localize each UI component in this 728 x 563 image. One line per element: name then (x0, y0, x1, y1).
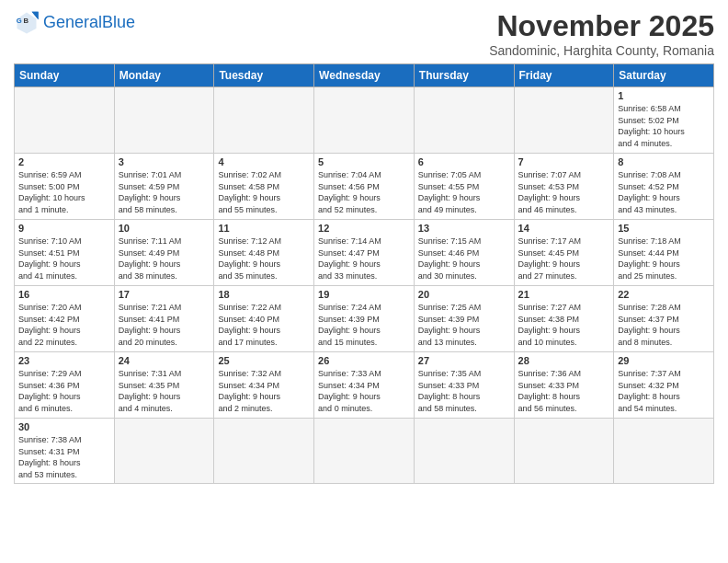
calendar-day: 29Sunrise: 7:37 AM Sunset: 4:32 PM Dayli… (614, 352, 714, 419)
calendar-day (214, 87, 314, 154)
calendar-day: 1Sunrise: 6:58 AM Sunset: 5:02 PM Daylig… (614, 87, 714, 154)
day-number: 20 (418, 289, 510, 300)
day-info: Sunrise: 7:38 AM Sunset: 4:31 PM Dayligh… (18, 434, 110, 480)
calendar-day (414, 87, 514, 154)
calendar-day: 13Sunrise: 7:15 AM Sunset: 4:46 PM Dayli… (414, 220, 514, 286)
day-number: 4 (218, 156, 310, 167)
weekday-header-friday: Friday (514, 64, 614, 87)
calendar-day: 22Sunrise: 7:28 AM Sunset: 4:37 PM Dayli… (614, 286, 714, 352)
calendar-day: 5Sunrise: 7:04 AM Sunset: 4:56 PM Daylig… (314, 154, 415, 220)
day-info: Sunrise: 7:10 AM Sunset: 4:51 PM Dayligh… (18, 236, 110, 282)
weekday-header-monday: Monday (114, 64, 214, 87)
calendar-week-0: 1Sunrise: 6:58 AM Sunset: 5:02 PM Daylig… (15, 87, 714, 154)
calendar-day: 3Sunrise: 7:01 AM Sunset: 4:59 PM Daylig… (114, 154, 214, 220)
weekday-header-thursday: Thursday (414, 64, 514, 87)
calendar-day (514, 419, 614, 484)
day-number: 23 (18, 355, 110, 366)
day-number: 11 (218, 223, 310, 234)
calendar-header: SundayMondayTuesdayWednesdayThursdayFrid… (15, 64, 714, 87)
calendar-day (114, 87, 214, 154)
calendar-day: 9Sunrise: 7:10 AM Sunset: 4:51 PM Daylig… (15, 220, 115, 286)
day-info: Sunrise: 7:14 AM Sunset: 4:47 PM Dayligh… (318, 236, 410, 282)
day-info: Sunrise: 7:15 AM Sunset: 4:46 PM Dayligh… (418, 236, 510, 282)
calendar-title: November 2025 (489, 9, 714, 43)
svg-text:G: G (17, 17, 22, 25)
day-number: 10 (119, 223, 210, 234)
day-info: Sunrise: 7:04 AM Sunset: 4:56 PM Dayligh… (318, 169, 410, 215)
day-info: Sunrise: 7:18 AM Sunset: 4:44 PM Dayligh… (618, 236, 710, 282)
day-info: Sunrise: 7:11 AM Sunset: 4:49 PM Dayligh… (119, 236, 210, 282)
calendar-day (15, 87, 115, 154)
day-info: Sunrise: 7:05 AM Sunset: 4:55 PM Dayligh… (418, 169, 510, 215)
logo-blue: Blue (102, 13, 135, 31)
day-info: Sunrise: 7:25 AM Sunset: 4:39 PM Dayligh… (418, 302, 510, 348)
calendar-day: 19Sunrise: 7:24 AM Sunset: 4:39 PM Dayli… (314, 286, 415, 352)
day-number: 24 (119, 355, 210, 366)
day-number: 18 (218, 289, 310, 300)
day-number: 27 (418, 355, 510, 366)
calendar-day (214, 419, 314, 484)
calendar-day: 28Sunrise: 7:36 AM Sunset: 4:33 PM Dayli… (514, 352, 614, 419)
day-number: 15 (618, 223, 710, 234)
day-number: 1 (618, 90, 710, 101)
calendar-week-1: 2Sunrise: 6:59 AM Sunset: 5:00 PM Daylig… (15, 154, 714, 220)
day-number: 3 (119, 156, 210, 167)
calendar-day: 26Sunrise: 7:33 AM Sunset: 4:34 PM Dayli… (314, 352, 415, 419)
day-number: 21 (518, 289, 610, 300)
day-number: 16 (18, 289, 110, 300)
calendar-day: 15Sunrise: 7:18 AM Sunset: 4:44 PM Dayli… (614, 220, 714, 286)
weekday-header-sunday: Sunday (15, 64, 115, 87)
day-number: 30 (18, 421, 110, 432)
calendar-subtitle: Sandominic, Harghita County, Romania (489, 43, 714, 58)
day-info: Sunrise: 7:24 AM Sunset: 4:39 PM Dayligh… (318, 302, 410, 348)
calendar-day (314, 87, 415, 154)
calendar-day: 8Sunrise: 7:08 AM Sunset: 4:52 PM Daylig… (614, 154, 714, 220)
calendar-day (414, 419, 514, 484)
day-info: Sunrise: 7:37 AM Sunset: 4:32 PM Dayligh… (618, 368, 710, 414)
logo-general: General (43, 13, 102, 31)
calendar-week-3: 16Sunrise: 7:20 AM Sunset: 4:42 PM Dayli… (15, 286, 714, 352)
calendar-day: 6Sunrise: 7:05 AM Sunset: 4:55 PM Daylig… (414, 154, 514, 220)
day-info: Sunrise: 7:33 AM Sunset: 4:34 PM Dayligh… (318, 368, 410, 414)
calendar-day: 24Sunrise: 7:31 AM Sunset: 4:35 PM Dayli… (114, 352, 214, 419)
weekday-header-tuesday: Tuesday (214, 64, 314, 87)
day-info: Sunrise: 7:27 AM Sunset: 4:38 PM Dayligh… (518, 302, 610, 348)
day-info: Sunrise: 7:35 AM Sunset: 4:33 PM Dayligh… (418, 368, 510, 414)
svg-text:B: B (24, 17, 29, 25)
day-number: 14 (518, 223, 610, 234)
day-number: 17 (119, 289, 210, 300)
calendar-day: 25Sunrise: 7:32 AM Sunset: 4:34 PM Dayli… (214, 352, 314, 419)
calendar-day: 27Sunrise: 7:35 AM Sunset: 4:33 PM Dayli… (414, 352, 514, 419)
calendar-day (614, 419, 714, 484)
day-number: 13 (418, 223, 510, 234)
day-info: Sunrise: 7:12 AM Sunset: 4:48 PM Dayligh… (218, 236, 310, 282)
calendar-day: 12Sunrise: 7:14 AM Sunset: 4:47 PM Dayli… (314, 220, 415, 286)
calendar-day (514, 87, 614, 154)
calendar-day: 4Sunrise: 7:02 AM Sunset: 4:58 PM Daylig… (214, 154, 314, 220)
day-number: 7 (518, 156, 610, 167)
calendar-day: 2Sunrise: 6:59 AM Sunset: 5:00 PM Daylig… (15, 154, 115, 220)
calendar-day: 11Sunrise: 7:12 AM Sunset: 4:48 PM Dayli… (214, 220, 314, 286)
title-block: November 2025 Sandominic, Harghita Count… (489, 9, 714, 58)
day-info: Sunrise: 7:36 AM Sunset: 4:33 PM Dayligh… (518, 368, 610, 414)
calendar-week-5: 30Sunrise: 7:38 AM Sunset: 4:31 PM Dayli… (15, 419, 714, 484)
day-info: Sunrise: 7:29 AM Sunset: 4:36 PM Dayligh… (18, 368, 110, 414)
day-info: Sunrise: 7:17 AM Sunset: 4:45 PM Dayligh… (518, 236, 610, 282)
calendar-day: 17Sunrise: 7:21 AM Sunset: 4:41 PM Dayli… (114, 286, 214, 352)
day-info: Sunrise: 7:08 AM Sunset: 4:52 PM Dayligh… (618, 169, 710, 215)
logo-text: GeneralBlue (43, 13, 135, 31)
day-number: 5 (318, 156, 410, 167)
calendar-day: 20Sunrise: 7:25 AM Sunset: 4:39 PM Dayli… (414, 286, 514, 352)
calendar-day: 16Sunrise: 7:20 AM Sunset: 4:42 PM Dayli… (15, 286, 115, 352)
day-number: 12 (318, 223, 410, 234)
calendar-day: 18Sunrise: 7:22 AM Sunset: 4:40 PM Dayli… (214, 286, 314, 352)
day-info: Sunrise: 7:07 AM Sunset: 4:53 PM Dayligh… (518, 169, 610, 215)
day-info: Sunrise: 7:22 AM Sunset: 4:40 PM Dayligh… (218, 302, 310, 348)
general-blue-icon: G B (14, 9, 40, 35)
calendar-day: 23Sunrise: 7:29 AM Sunset: 4:36 PM Dayli… (15, 352, 115, 419)
calendar-day: 7Sunrise: 7:07 AM Sunset: 4:53 PM Daylig… (514, 154, 614, 220)
day-info: Sunrise: 7:20 AM Sunset: 4:42 PM Dayligh… (18, 302, 110, 348)
day-info: Sunrise: 7:28 AM Sunset: 4:37 PM Dayligh… (618, 302, 710, 348)
weekday-header-saturday: Saturday (614, 64, 714, 87)
calendar-day: 21Sunrise: 7:27 AM Sunset: 4:38 PM Dayli… (514, 286, 614, 352)
